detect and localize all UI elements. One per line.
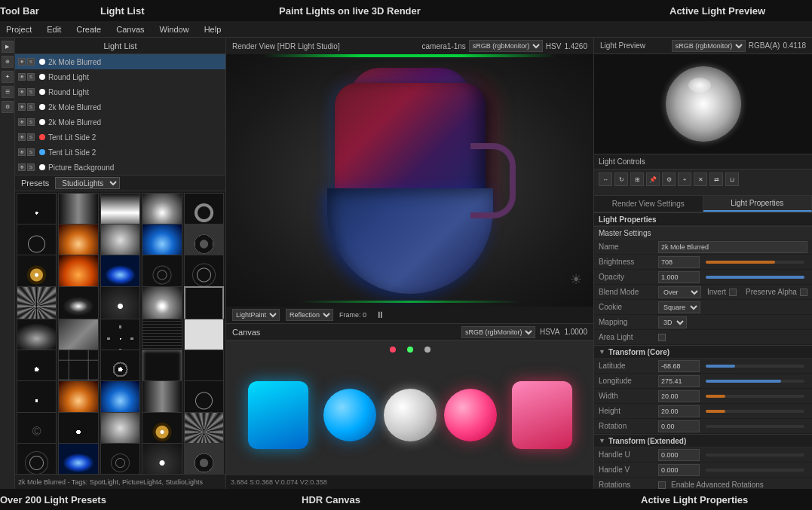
props-opacity-slider[interactable] (706, 276, 804, 279)
light-eye-icon-5[interactable]: 👁 (18, 133, 26, 141)
tool-button-3[interactable]: ✦ (2, 71, 14, 83)
props-latitude-input[interactable] (658, 360, 700, 372)
ctrl-pin[interactable]: 📌 (646, 173, 660, 186)
preview-color-space-select[interactable]: sRGB (rgbMonitor) (672, 40, 746, 52)
light-eye-icon-7[interactable]: 👁 (18, 163, 26, 171)
props-blend-mode-select[interactable]: Over Add Multiply (658, 286, 701, 298)
tab-light-label: Light Properties (731, 199, 783, 207)
props-opacity-input[interactable] (658, 271, 700, 283)
mixer-handle (470, 143, 516, 218)
status-bar: 2k Mole Blurred - Tags: SpotLight, Pictu… (15, 474, 225, 489)
sun-icon: ☀ (570, 271, 582, 288)
light-eye-icon-3[interactable]: 👁 (18, 103, 26, 111)
light-item-0[interactable]: 👁 S 2k Mole Blurred (15, 54, 225, 69)
ctrl-settings[interactable]: ⚙ (662, 173, 676, 186)
ctrl-scale[interactable]: ⊞ (630, 173, 644, 186)
light-item-3[interactable]: 👁 S 2k Mole Blurred (15, 99, 225, 115)
ctrl-move[interactable]: ↔ (599, 173, 612, 186)
props-latitude-slider[interactable] (706, 365, 804, 368)
canvas-image-area[interactable]: 3.684 S:0.368 V:0.074 V2:0.358 (226, 341, 593, 489)
render-color-space-select[interactable]: sRGB (rgbMonitor) (469, 40, 543, 52)
props-longitude-slider[interactable] (706, 380, 804, 383)
props-handle-v-input[interactable] (658, 464, 700, 476)
menu-edit[interactable]: Edit (44, 23, 64, 35)
light-solo-icon-7[interactable]: S (27, 163, 35, 171)
props-longitude-fill (706, 380, 781, 383)
props-cookie-select[interactable]: Square Round (658, 301, 700, 313)
light-solo-icon-5[interactable]: S (27, 133, 35, 141)
preset-item-43[interactable] (142, 443, 182, 474)
lightpaint-select[interactable]: LightPaint (232, 309, 280, 321)
preset-item-42[interactable] (100, 443, 140, 474)
light-item-7[interactable]: 👁 S Picture Background (15, 160, 225, 175)
light-eye-icon-6[interactable]: 👁 (18, 148, 26, 156)
ctrl-rotate[interactable]: ↻ (614, 173, 628, 186)
render-image-area[interactable]: ☀ (226, 54, 593, 307)
tool-button-4[interactable]: ☰ (2, 86, 14, 98)
tab-light-properties[interactable]: Light Properties (703, 196, 813, 212)
ctrl-copy[interactable]: ⊔ (725, 173, 739, 186)
props-invert-label: Invert (707, 288, 726, 296)
light-solo-icon-6[interactable]: S (27, 148, 35, 156)
paint-dot-white (424, 347, 431, 353)
tool-button-2[interactable]: ⊕ (2, 56, 14, 68)
light-solo-icon-0[interactable]: S (27, 58, 35, 66)
presets-dropdown[interactable]: StudioLights Nature Custom (55, 177, 120, 189)
light-color-dot-1 (39, 74, 45, 80)
preset-item-41[interactable] (58, 443, 98, 474)
props-name-input[interactable] (658, 241, 807, 253)
tab-render-view-settings[interactable]: Render View Settings (594, 196, 703, 212)
ctrl-delete[interactable]: ✕ (694, 173, 707, 186)
canvas-controls: sRGB (rgbMonitor) HSVA 1.0000 (461, 326, 587, 338)
props-brightness-slider[interactable] (706, 261, 804, 264)
props-height-input[interactable] (658, 405, 700, 417)
menu-window[interactable]: Window (157, 23, 192, 35)
preset-item-44[interactable] (184, 443, 224, 474)
props-handle-v-slider[interactable] (706, 469, 804, 472)
props-blend-mode-label: Blend Mode (599, 288, 655, 296)
props-brightness-input[interactable] (658, 256, 700, 268)
light-solo-icon-4[interactable]: S (27, 118, 35, 126)
menu-help[interactable]: Help (201, 23, 225, 35)
props-preserve-alpha-checkbox[interactable] (800, 289, 807, 296)
preset-item-40[interactable] (17, 443, 57, 474)
menu-canvas[interactable]: Canvas (113, 23, 147, 35)
light-solo-icon-3[interactable]: S (27, 103, 35, 111)
reflection-select[interactable]: Reflection (286, 309, 333, 321)
props-area-light-checkbox[interactable] (658, 334, 666, 341)
props-handle-u-slider[interactable] (706, 454, 804, 457)
light-eye-icon-4[interactable]: 👁 (18, 118, 26, 126)
props-width-slider[interactable] (706, 395, 804, 398)
ctrl-mirror[interactable]: ⇄ (709, 173, 723, 186)
menu-create[interactable]: Create (73, 23, 104, 35)
props-longitude-input[interactable] (658, 375, 700, 387)
light-eye-icon-1[interactable]: 👁 (18, 73, 26, 81)
props-rotations-checkbox[interactable] (658, 481, 666, 489)
light-item-5[interactable]: 👁 S Tent Lit Side 2 (15, 130, 225, 145)
props-rotation-input[interactable] (658, 420, 700, 432)
tool-button-5[interactable]: ⚙ (2, 101, 14, 113)
props-handle-u-input[interactable] (658, 449, 700, 461)
canvas-color-space-select[interactable]: sRGB (rgbMonitor) (461, 326, 535, 338)
light-item-1[interactable]: 👁 S Round Light (15, 69, 225, 84)
light-solo-icon-2[interactable]: S (27, 88, 35, 96)
light-item-2[interactable]: 👁 S Round Light (15, 84, 225, 99)
menu-project[interactable]: Project (3, 23, 35, 35)
light-item-6[interactable]: 👁 S Tent Lit Side 2 (15, 145, 225, 160)
props-mapping-select[interactable]: 3D 2D (658, 316, 687, 328)
presets-header: Presets StudioLights Nature Custom (15, 175, 225, 191)
light-solo-icon-1[interactable]: S (27, 73, 35, 81)
props-cookie-row: Cookie Square Round (594, 300, 812, 315)
tool-button-1[interactable]: ▶ (2, 41, 14, 53)
play-button[interactable]: ⏸ (375, 310, 385, 320)
ctrl-add[interactable]: + (678, 173, 691, 186)
props-invert-checkbox[interactable] (729, 289, 737, 296)
light-item-4[interactable]: 👁 S 2k Mole Blurred (15, 115, 225, 130)
props-height-slider[interactable] (706, 410, 804, 413)
light-eye-icon-2[interactable]: 👁 (18, 88, 26, 96)
center-panel: Render View [HDR Light Studio] camera1-1… (226, 38, 593, 489)
props-rotation-slider[interactable] (706, 425, 804, 428)
props-width-input[interactable] (658, 390, 700, 402)
light-eye-icon-0[interactable]: 👁 (18, 58, 26, 66)
props-name-row: Name (594, 240, 812, 255)
